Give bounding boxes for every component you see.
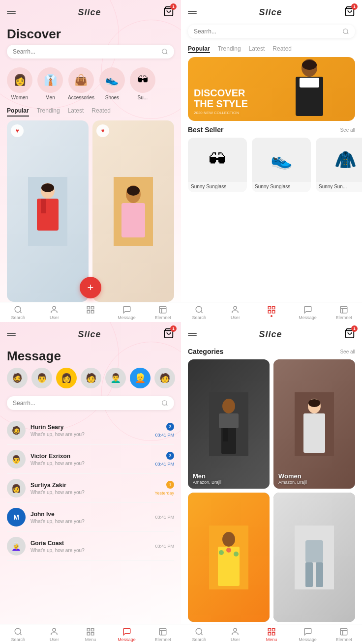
categories-see-all[interactable]: See all: [340, 349, 355, 354]
search-bar-2[interactable]: [188, 25, 355, 38]
product-shoe-1[interactable]: 👟 Sunny Sunglass: [252, 138, 311, 192]
nav4-search[interactable]: Search: [181, 627, 217, 642]
avatar-6[interactable]: 👱: [130, 368, 151, 388]
svg-rect-65: [316, 562, 323, 587]
filter-reated[interactable]: Reated: [272, 45, 292, 53]
msg-preview-2: What's up, how are you?: [30, 461, 150, 466]
cat-sunglasses[interactable]: 🕶 Su...: [130, 67, 155, 100]
nav-elemnet[interactable]: Elemnet: [145, 305, 181, 320]
promo-banner: DISCOVER THE STYLE 2020 NEW COLLECTION: [188, 57, 355, 121]
message-row-3[interactable]: 👩 Surfiya Zakir What's up, how are you? …: [7, 474, 174, 503]
nav4-menu[interactable]: Menu: [253, 627, 290, 642]
cart-button-3[interactable]: 1: [163, 328, 174, 341]
product-sunglass-1[interactable]: 🕶 Sunny Sunglass: [188, 138, 247, 192]
svg-point-60: [226, 548, 231, 553]
nav3-search[interactable]: Search: [0, 627, 36, 642]
nav3-user[interactable]: User: [36, 627, 73, 642]
search-input-2[interactable]: [194, 28, 342, 35]
avatar-4[interactable]: 🧑: [81, 368, 101, 388]
nav3-menu[interactable]: Menu: [72, 627, 109, 642]
message-row-2[interactable]: 👨 Victor Exrixon What's up, how are you?…: [7, 445, 174, 474]
svg-point-68: [234, 628, 237, 631]
nav4-elemnet[interactable]: Elemnet: [326, 627, 362, 642]
nav2-search[interactable]: Search: [181, 305, 217, 320]
message-row-4[interactable]: M John Ive What's up, how are you? 03:41…: [7, 503, 174, 532]
cat-women[interactable]: 👩 Women: [7, 67, 32, 100]
nav2-user[interactable]: User: [217, 305, 254, 320]
cat-shoes[interactable]: 👟 Shoes: [99, 67, 125, 100]
hamburger-menu-2[interactable]: [188, 11, 197, 14]
svg-point-55: [308, 399, 320, 407]
msg-time-1: 03:41 PM: [155, 433, 174, 438]
svg-rect-31: [272, 306, 274, 309]
filter-popular[interactable]: Popular: [188, 45, 210, 53]
nav3-elemnet[interactable]: Elemnet: [145, 627, 181, 642]
cart-badge: 1: [170, 3, 177, 10]
wishlist-btn-2[interactable]: ♥: [96, 124, 109, 137]
hamburger-menu-4[interactable]: [188, 333, 197, 336]
nav2-menu[interactable]: [253, 305, 290, 320]
search-input-3[interactable]: [13, 400, 161, 407]
avatar-7[interactable]: 🧑: [154, 368, 175, 388]
hamburger-menu-3[interactable]: [7, 333, 16, 336]
svg-rect-72: [272, 633, 274, 635]
cat-card-women[interactable]: Women Amazon, Brajil: [273, 359, 355, 489]
nav4-user[interactable]: User: [217, 627, 254, 642]
product-card-2[interactable]: ♥: [92, 120, 174, 302]
see-all-btn[interactable]: See all: [340, 127, 355, 133]
filter-latest[interactable]: Latest: [249, 45, 265, 53]
nav-search[interactable]: Search: [0, 305, 36, 320]
nav2-message[interactable]: Message: [290, 305, 326, 320]
tab-latest[interactable]: Latest: [68, 107, 84, 117]
svg-point-21: [343, 29, 348, 33]
add-button[interactable]: +: [80, 277, 101, 298]
avatar-2[interactable]: 👨: [31, 368, 52, 388]
tab-trending[interactable]: Trending: [37, 107, 60, 117]
cart-button-4[interactable]: 1: [344, 328, 355, 341]
cat-men-sub: Amazon, Brajil: [193, 480, 221, 485]
cat-men[interactable]: 👔 Men: [37, 67, 63, 100]
tab-popular[interactable]: Popular: [7, 107, 29, 117]
msg-name-5: Goria Coast: [30, 540, 150, 547]
nav4-message[interactable]: Message: [290, 627, 326, 642]
top-bar-categories: Slice 1: [181, 322, 362, 344]
hamburger-menu[interactable]: [7, 11, 16, 14]
categories-title: Categories: [188, 348, 223, 355]
cat-card-men[interactable]: Men Amazon, Brajil: [188, 359, 270, 489]
nav-center[interactable]: [72, 305, 109, 320]
svg-rect-64: [305, 562, 313, 587]
avatar-5[interactable]: 👨‍🦱: [105, 368, 126, 388]
nav3-message[interactable]: Message: [109, 627, 145, 642]
search-input[interactable]: [13, 48, 161, 55]
msg-preview-3: What's up, how are you?: [30, 490, 150, 495]
cat-card-4[interactable]: [273, 493, 355, 622]
nav-user[interactable]: User: [36, 305, 73, 320]
message-row-5[interactable]: 👩‍🦳 Goria Coast What's up, how are you? …: [7, 532, 174, 561]
avatar-3[interactable]: 👩: [56, 368, 77, 388]
panel-browse: Slice 1 Popular Trending Latest Reated: [181, 0, 362, 322]
svg-line-22: [347, 33, 349, 34]
search-bar[interactable]: [7, 45, 174, 59]
message-row-1[interactable]: 🧔 Hurin Seary What's up, how are you? 3 …: [7, 416, 174, 445]
svg-rect-32: [268, 311, 271, 313]
wishlist-btn-1[interactable]: ♥: [11, 124, 24, 137]
svg-point-14: [53, 306, 56, 309]
msg-name-1: Hurin Seary: [30, 424, 150, 431]
cart-button[interactable]: 1: [163, 6, 174, 19]
svg-rect-73: [340, 628, 347, 635]
product-card-1[interactable]: ♥: [7, 120, 89, 302]
nav-message[interactable]: Message: [109, 305, 145, 320]
cat-accessories[interactable]: 👜 Accessories: [68, 67, 94, 100]
bottom-nav-2: Search User Message Elemnet: [181, 302, 362, 322]
svg-rect-17: [87, 311, 90, 313]
tab-reated[interactable]: Reated: [91, 107, 111, 117]
filter-trending[interactable]: Trending: [218, 45, 241, 53]
svg-line-67: [201, 633, 202, 635]
product-sweater-1[interactable]: 🧥 Sunny Sun...: [316, 138, 362, 192]
cat-card-3[interactable]: [188, 493, 270, 622]
avatar-1[interactable]: 🧔: [7, 368, 28, 388]
cart-button-2[interactable]: 1: [344, 6, 355, 19]
nav2-elemnet[interactable]: Elemnet: [326, 305, 362, 320]
best-seller-title: Best Seller: [188, 126, 223, 134]
search-bar-3[interactable]: [7, 396, 174, 410]
